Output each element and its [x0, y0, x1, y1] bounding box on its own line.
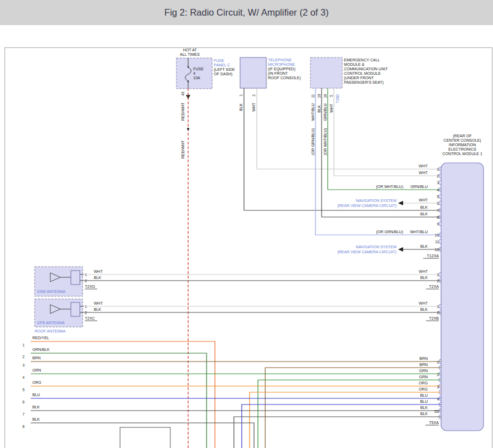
t12xa-pin-11: 11 [435, 240, 439, 244]
ecall-pin-16: 16 [323, 94, 327, 98]
ecall-name-3: COMMUNICATION UNIT [344, 67, 388, 71]
t12xa-pin-4: 4 [437, 188, 439, 192]
t12xa-pin-10: 10 [435, 233, 439, 237]
left-wire-4-number: 4 [22, 375, 25, 379]
t2xb-pin-2: 2 [437, 311, 439, 315]
fuse-terminal-bottom [188, 81, 189, 83]
mic-note-2: (IN FRONT [268, 71, 288, 76]
t2xa-w2-label: BLK [420, 276, 428, 280]
wire-red-wht-splice [187, 128, 189, 130]
module-loc-4: ELECTRONICS [448, 147, 476, 151]
mic-wire-wht-label: WHT [252, 102, 256, 112]
left-wire-7-label: BLK [32, 405, 40, 409]
t12xa-pin-1: 1 [437, 167, 439, 171]
t5xa-connector-label: T5XA [429, 421, 439, 425]
module-box [441, 163, 484, 431]
t12xa-w7-label: BLK [420, 205, 428, 209]
left-wire-3-number: 3 [22, 363, 25, 367]
fuse-pin-number: 49 [181, 91, 185, 96]
fuse-panel-loc-2: OF DASH) [214, 72, 232, 76]
left-wire-7-number: 7 [22, 412, 25, 416]
t5xa-row-1-label: BRN [419, 357, 428, 360]
ecall-alt-wire-1: (OR GRN/BLU) [311, 128, 315, 155]
left-wire-1-number: 1 [22, 343, 25, 347]
ecall-box [310, 57, 342, 88]
t12xa-w2-label: WHT [419, 171, 428, 175]
t12xa-w10-alt-label: (OR GRN/BLU) [376, 230, 403, 234]
t2xa-w1-label: WHT [419, 269, 428, 273]
left-wire-2-number: 2 [22, 355, 25, 359]
mic-note-1: (IF EQUIPPED) [268, 67, 295, 71]
t5xa-row-7-label: BLU [420, 393, 428, 397]
t12xa-w4-label: GRN/BLU [410, 185, 428, 189]
t12xa-pin-9: 9 [437, 222, 439, 226]
gps-connector-label: T2XC [85, 316, 95, 320]
ecall-wire-grnblu-label: GRN/BLU [323, 103, 327, 121]
ecall-connector-label: T28D [336, 94, 339, 103]
left-wire-5-number: 5 [22, 388, 25, 392]
fuse-label-2: 4 [193, 71, 195, 75]
t5xa-row-5-label: ORG [419, 381, 428, 385]
left-wire-4-label: GRN [32, 368, 41, 372]
gps-connector-body [71, 302, 80, 316]
mic-note-3: ROOF CONSOLE) [268, 76, 301, 80]
t12xa-pin-8: 8 [437, 215, 439, 219]
t12xa-w10-label: WHT/BLU [410, 230, 428, 234]
fuse-panel-name-1: FUSE [214, 59, 224, 62]
mic-pin-1: 1 [239, 94, 243, 97]
t12xa-pin-2: 2 [437, 174, 439, 178]
ecall-alt-wire-2: (OR WHT/BLU) [323, 128, 328, 156]
gsm-connector-body [71, 271, 80, 285]
t5xa-row-7-pin: 4 [437, 397, 439, 401]
gps-wire-blk-label: BLK [94, 307, 102, 311]
t12xa-w4-alt-label: (OR WHT/BLU) [376, 185, 403, 189]
t2xa-pin-1: 1 [437, 273, 439, 277]
gps-name: GPS ANTENNA [37, 321, 65, 325]
roof-antenna-label: ROOF ANTENNA [35, 329, 66, 333]
wire-red-wht-label-1: RED/WHT [181, 102, 185, 121]
mic-box [240, 57, 266, 88]
t12xa-pin-5: 5 [437, 195, 439, 199]
left-wire-5-label: ORG [32, 380, 41, 384]
mic-pin-2: 2 [252, 94, 256, 97]
ecall-name-1: EMERGENCY CALL [344, 58, 380, 62]
t12xa-w6-label: WHT [419, 198, 428, 202]
gps-wire-wht-label: WHT [94, 301, 103, 305]
ecall-name-6: PASSENGER'S SEAT) [344, 80, 384, 85]
module-loc-3: INFORMATION [449, 143, 476, 147]
left-wire-6-number: 6 [22, 400, 25, 404]
fuse-panel-loc-1: (LEFT SIDE [214, 68, 235, 72]
t5xa-row-5-pin: 3 [437, 385, 439, 389]
module-loc-1: (REAR OF [453, 134, 471, 138]
bottom-partial-box [120, 427, 170, 448]
t12xa-connector-label: T12XA [427, 254, 439, 258]
t12xa-w1-label: WHT [419, 164, 428, 168]
hot-at-label: HOT AT [183, 48, 197, 52]
gsm-name: GSM ANTENNA [37, 290, 65, 293]
t12xa-pin-7: 7 [437, 209, 439, 213]
nav-pin6-text-1: NAVIGATION SYSTEM [356, 199, 396, 203]
ecall-name-5: (UNDER FRONT [344, 76, 374, 80]
fuse-panel-name-2: PANEL C [214, 63, 230, 67]
nav-pin12-text-2: (REAR VIEW CAMERA CIRCUIT) [337, 250, 396, 254]
ecall-wire-blk-label: BLK [317, 105, 321, 113]
t5xa-row-9-pin: 5S [434, 410, 439, 413]
t2xb-pin-1: 1 [437, 305, 439, 309]
ecall-name-2: MODULE & [344, 62, 365, 66]
ecall-name-4: CONTROL MODULE [344, 71, 381, 75]
t5xa-row-1-pin: 1 [437, 360, 439, 364]
t2xb-w2-label: BLK [420, 307, 428, 311]
module-loc-5: CONTROL MODULE 1 [442, 152, 482, 156]
fuse-label-1: FUSE [193, 67, 204, 71]
wiring-diagram-canvas: HOT AT ALL TIMES FUSE 4 10A FUSE PANEL C… [0, 0, 493, 448]
t12xa-pin-3: 3 [437, 181, 439, 185]
t5xa-row-4-label: GRN [419, 375, 428, 379]
left-wire-8-label: BLK [32, 417, 40, 421]
gsm-wire-blk-label: BLK [94, 276, 102, 280]
hot-at-label2: ALL TIMES [180, 52, 200, 56]
t5xa-row-3-pin: 2 [437, 373, 439, 377]
left-wire-8-number: 8 [22, 425, 25, 428]
left-wire-2-label: GRN/BLK [32, 348, 50, 351]
t5xa-row-2-label: BRN [419, 363, 428, 367]
t12xa-w12-label: BLK [420, 244, 428, 248]
